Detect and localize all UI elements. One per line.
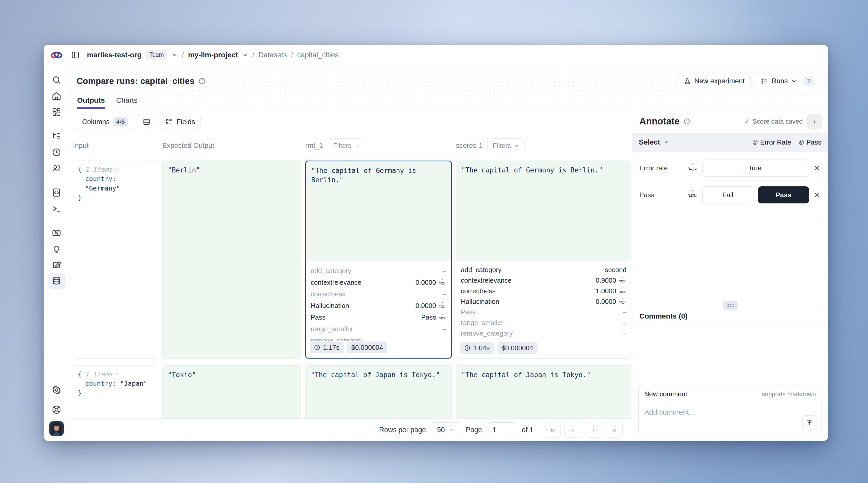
lightbulb-icon[interactable] <box>48 241 65 257</box>
clear-field-icon[interactable] <box>813 164 821 173</box>
chevron-down-icon[interactable] <box>242 52 248 58</box>
input-cell[interactable]: { 1 Items country: "Japan" } <box>73 365 158 419</box>
clear-field-icon[interactable] <box>813 190 821 200</box>
cost-badge: $0.000004 <box>497 342 537 354</box>
terminal-icon[interactable] <box>48 201 65 217</box>
breadcrumb-datasets[interactable]: Datasets <box>258 51 287 59</box>
history-clock-icon[interactable] <box>48 144 65 160</box>
select-dropdown[interactable]: Select <box>639 138 670 146</box>
rows-icon <box>143 118 151 126</box>
chip-pass[interactable]: Pass <box>799 139 821 146</box>
search-icon[interactable] <box>48 72 65 88</box>
new-experiment-button[interactable]: New experiment <box>678 73 751 89</box>
dashboard-icon[interactable] <box>48 104 65 120</box>
input-cell[interactable]: { 1 Items country: "Germany" } <box>73 160 158 359</box>
filters-button-run2[interactable]: Filters <box>488 139 525 153</box>
breadcrumb-org[interactable]: marlies-test-org <box>87 51 142 59</box>
comment-bubble-icon[interactable] <box>619 277 626 284</box>
columns-label: Columns <box>82 118 110 126</box>
comment-bubble-icon[interactable] <box>439 279 446 286</box>
comment-bubble-dots-icon[interactable] <box>688 190 698 200</box>
score-row: add_category– <box>311 265 446 277</box>
comment-bubble-icon[interactable] <box>619 298 626 305</box>
fail-option-button[interactable]: Fail <box>702 186 753 204</box>
save-status: Score data saved <box>744 117 803 125</box>
chevron-left-icon <box>571 425 574 434</box>
comment-bubble-icon[interactable] <box>439 302 446 309</box>
help-lifebuoy-icon[interactable] <box>48 402 65 418</box>
next-page-button[interactable] <box>585 422 602 437</box>
latency-badge: 1.04s <box>460 342 494 354</box>
call-stats: 1.17s $0.000004 <box>306 341 451 358</box>
annotation-field-error-rate: Error rate true <box>640 159 821 177</box>
row-height-button[interactable] <box>138 114 155 130</box>
run2-output-cell[interactable]: "The capital of Germany is Berlin." add_… <box>456 160 631 359</box>
datasets-icon[interactable] <box>48 273 65 289</box>
comment-textarea[interactable]: Add comment... <box>644 408 695 416</box>
sidebar-toggle-icon[interactable] <box>69 49 81 61</box>
fields-button[interactable]: Fields <box>160 114 200 130</box>
score-row: add_categorysecond <box>461 265 626 275</box>
filters-button-run1[interactable]: Filters <box>328 139 365 153</box>
collapse-panel-button[interactable] <box>807 114 822 128</box>
breadcrumb-dataset-name[interactable]: capital_cities <box>297 51 339 59</box>
previous-page-button[interactable] <box>564 422 581 437</box>
column-header-input: Input <box>73 142 158 150</box>
team-badge: Team <box>146 50 167 60</box>
pass-option-button[interactable]: Pass <box>758 186 809 204</box>
comment-bubble-icon[interactable] <box>439 314 446 321</box>
traces-tree-icon[interactable] <box>48 128 65 144</box>
evaluations-icon[interactable] <box>48 225 65 241</box>
comment-bubble-icon[interactable] <box>688 163 698 173</box>
column-header-run2: scores-1 Filters <box>456 139 631 153</box>
score-row: contextrelevance0.0000 <box>311 277 446 289</box>
tab-bar: Outputs Charts <box>76 96 820 109</box>
score-row: range_smaller– <box>311 323 446 335</box>
clock-icon <box>464 344 471 351</box>
fields-icon <box>165 118 173 126</box>
run1-output-cell[interactable]: "The capital of Japan is Tokyo." <box>305 365 452 419</box>
tab-outputs[interactable]: Outputs <box>77 96 105 109</box>
run1-output-cell-selected[interactable]: "The capital of Germany is Berlin." add_… <box>305 160 452 359</box>
info-icon[interactable] <box>198 77 206 85</box>
new-experiment-label: New experiment <box>694 77 745 85</box>
top-bar: marlies-test-org Team my-llm-project Dat… <box>43 45 828 65</box>
chevron-right-icon <box>592 425 595 434</box>
expected-output-cell[interactable]: "Tokio" <box>162 365 301 419</box>
left-icon-rail <box>43 65 69 441</box>
table-header: Input Expected Output rmt_1 Filters scor… <box>69 135 632 157</box>
app-logo-icon[interactable] <box>50 50 63 60</box>
drag-handle[interactable] <box>723 301 738 310</box>
settings-gear-icon[interactable] <box>48 382 65 398</box>
page-header: Compare runs: capital_cities New experim… <box>69 65 828 109</box>
columns-button[interactable]: Columns 4/6 <box>76 114 133 130</box>
tab-charts[interactable]: Charts <box>116 96 137 109</box>
runs-button[interactable]: Runs 2 <box>755 73 820 89</box>
info-icon[interactable] <box>683 118 690 125</box>
home-icon[interactable] <box>48 88 65 104</box>
check-icon <box>744 117 750 125</box>
submit-comment-button[interactable] <box>802 415 817 430</box>
chevron-down-icon <box>791 78 797 84</box>
user-avatar[interactable] <box>49 421 64 436</box>
latency-badge: 1.17s <box>310 341 344 354</box>
error-rate-input[interactable]: true <box>702 159 809 177</box>
code-file-icon[interactable] <box>48 185 65 201</box>
users-icon[interactable] <box>48 160 65 176</box>
last-page-button[interactable] <box>606 422 623 437</box>
expected-output-cell[interactable]: "Berlin" <box>162 160 301 359</box>
comment-bubble-icon[interactable] <box>619 288 626 295</box>
breadcrumb-project[interactable]: my-llm-project <box>188 51 238 59</box>
chip-error-rate[interactable]: Error Rate <box>753 139 791 146</box>
first-page-button[interactable] <box>544 422 561 437</box>
playground-icon[interactable] <box>48 257 65 273</box>
panel-splitter[interactable] <box>632 305 828 305</box>
chevron-down-icon[interactable] <box>172 52 178 58</box>
annotate-panel: Annotate Score data saved Select <box>632 109 828 441</box>
run2-output-cell[interactable]: "The capital of Japan is Tokyo." <box>456 365 631 419</box>
page-label: Page <box>466 426 482 434</box>
rows-per-page-select[interactable]: 50 <box>432 422 460 437</box>
breadcrumb: marlies-test-org Team my-llm-project Dat… <box>87 50 339 60</box>
page-number-input[interactable]: 1 <box>488 422 516 437</box>
score-row: correctness1.0000 <box>461 286 626 296</box>
